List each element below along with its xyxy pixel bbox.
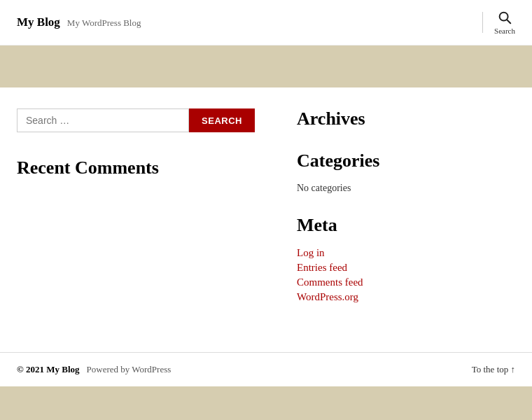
categories-section: Categories No categories	[297, 150, 515, 194]
archives-section: Archives	[297, 108, 515, 130]
search-form: SEARCH	[17, 108, 255, 132]
bottom-banner	[0, 386, 532, 420]
header-divider	[482, 12, 483, 33]
search-icon	[497, 10, 512, 25]
footer-powered: Powered by WordPress	[87, 364, 172, 375]
meta-title: Meta	[297, 215, 515, 236]
archives-title: Archives	[297, 108, 515, 130]
search-input[interactable]	[17, 108, 189, 132]
site-footer: © 2021 My Blog Powered by WordPress To t…	[0, 352, 532, 386]
main-content: SEARCH Recent Comments Archives Categori…	[0, 88, 532, 352]
search-button[interactable]: SEARCH	[189, 108, 255, 132]
svg-line-1	[507, 20, 510, 23]
footer-left: © 2021 My Blog Powered by WordPress	[17, 364, 171, 375]
site-branding: My Blog My WordPress Blog	[17, 15, 141, 29]
header-search-button[interactable]: Search	[494, 10, 515, 35]
meta-section: Meta Log inEntries feedComments feedWord…	[297, 215, 515, 303]
meta-links: Log inEntries feedComments feedWordPress…	[297, 247, 515, 303]
meta-link-log-in[interactable]: Log in	[297, 247, 515, 259]
recent-comments-title: Recent Comments	[17, 158, 255, 178]
right-column: Archives Categories No categories Meta L…	[297, 108, 515, 324]
top-banner	[0, 46, 532, 88]
meta-link-entries-feed[interactable]: Entries feed	[297, 262, 515, 274]
footer-to-top[interactable]: To the top ↑	[472, 364, 515, 375]
site-title: My Blog	[17, 15, 60, 29]
categories-title: Categories	[297, 150, 515, 172]
search-label: Search	[494, 27, 515, 35]
meta-link-wordpress.org[interactable]: WordPress.org	[297, 291, 515, 303]
left-column: SEARCH Recent Comments	[17, 108, 255, 324]
meta-link-comments-feed[interactable]: Comments feed	[297, 276, 515, 288]
site-header: My Blog My WordPress Blog Search	[0, 0, 532, 46]
no-categories-text: No categories	[297, 183, 515, 194]
site-description: My WordPress Blog	[67, 18, 141, 29]
footer-copyright: © 2021 My Blog	[17, 364, 80, 375]
